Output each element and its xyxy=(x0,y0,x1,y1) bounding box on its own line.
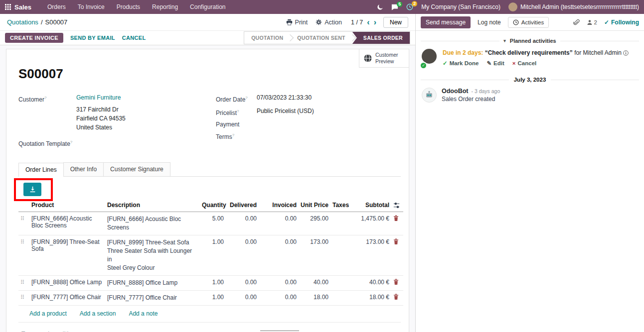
cell-delivered[interactable]: 0.00 xyxy=(226,291,259,306)
action-button[interactable]: Action xyxy=(316,19,342,26)
tab-order-lines[interactable]: Order Lines xyxy=(18,163,64,177)
activity-due: Due in 2 days: xyxy=(443,49,483,56)
app-brand[interactable]: Sales xyxy=(14,3,31,11)
add-a-note-link[interactable]: Add a note xyxy=(129,310,158,317)
mark-done-button[interactable]: ✓Mark Done xyxy=(443,59,479,68)
drag-handle-icon[interactable]: ⠿ xyxy=(20,279,24,285)
cell-delivered[interactable]: 0.00 xyxy=(226,276,259,291)
cell-taxes[interactable] xyxy=(330,212,349,235)
cancel-activity-button[interactable]: ×Cancel xyxy=(512,59,536,68)
schedule-activity-button[interactable]: Activities xyxy=(508,17,549,28)
activities-clock-icon[interactable]: 2 xyxy=(406,3,413,10)
order-date-value[interactable]: 07/03/2023 21:33:30 xyxy=(257,93,312,105)
cell-quantity[interactable]: 1.00 xyxy=(200,291,226,306)
header-product[interactable]: Product xyxy=(29,200,105,212)
log-note-button[interactable]: Log note xyxy=(478,19,501,26)
customer-preview-button[interactable]: Customer Preview xyxy=(359,49,409,68)
cell-unit-price[interactable]: 295.00 xyxy=(299,212,330,235)
customer-value[interactable]: Gemini Furniture xyxy=(76,93,121,105)
drag-handle-icon[interactable]: ⠿ xyxy=(20,216,24,221)
header-unit-price[interactable]: Unit Price xyxy=(299,200,330,212)
moon-icon[interactable] xyxy=(377,4,383,10)
paperclip-icon[interactable] xyxy=(573,19,580,26)
followers-button[interactable]: 2 xyxy=(587,19,597,25)
cell-product[interactable]: [FURN_6666] Acoustic Bloc Screens xyxy=(29,212,105,235)
stage-quotation-sent[interactable]: QUOTATION SENT xyxy=(290,32,352,44)
new-button[interactable]: New xyxy=(383,17,408,28)
stage-sales-order[interactable]: SALES ORDER xyxy=(352,32,410,44)
header-invoiced[interactable]: Invoiced xyxy=(259,200,299,212)
cell-description[interactable]: [FURN_7777] Office Chair xyxy=(105,291,200,306)
caret-down-icon[interactable]: ▾ xyxy=(503,38,506,43)
drag-handle-icon[interactable]: ⠿ xyxy=(20,239,24,245)
breadcrumb-quotations[interactable]: Quotations xyxy=(7,18,38,26)
delete-row-icon[interactable] xyxy=(393,238,399,244)
cell-quantity[interactable]: 1.00 xyxy=(200,235,226,276)
print-button[interactable]: Print xyxy=(286,19,308,26)
apps-grid-icon[interactable] xyxy=(5,4,11,10)
header-taxes[interactable]: Taxes xyxy=(330,200,349,212)
cancel-button[interactable]: CANCEL xyxy=(122,35,146,41)
menu-to-invoice[interactable]: To Invoice xyxy=(73,1,110,12)
add-a-product-link[interactable]: Add a product xyxy=(29,310,67,317)
company-switcher[interactable]: My Company (San Francisco) xyxy=(421,3,500,10)
cell-taxes[interactable] xyxy=(330,235,349,276)
pager-value[interactable]: 1 / 7 xyxy=(351,19,363,26)
cell-product[interactable]: [FURN_8999] Three-Seat Sofa xyxy=(29,235,105,276)
edit-activity-button[interactable]: ✎Edit xyxy=(486,59,504,68)
cell-delivered[interactable]: 0.00 xyxy=(226,235,259,276)
user-menu[interactable]: Mitchell Admin (testtsetsetesrrrrrrrrrrr… xyxy=(508,2,639,11)
pencil-icon: ✎ xyxy=(486,59,491,68)
delete-row-icon[interactable] xyxy=(393,294,399,300)
add-a-section-link[interactable]: Add a section xyxy=(80,310,116,317)
message-author[interactable]: OdooBot xyxy=(442,88,468,95)
cell-invoiced[interactable]: 0.00 xyxy=(259,276,299,291)
stage-quotation[interactable]: QUOTATION xyxy=(244,32,290,44)
menu-reporting[interactable]: Reporting xyxy=(147,1,183,12)
header-quantity[interactable]: Quantity xyxy=(200,200,226,212)
header-delivered[interactable]: Delivered xyxy=(226,200,259,212)
cell-description[interactable]: [FURN_8999] Three-Seat Sofa Three Seater… xyxy=(105,235,200,276)
cell-quantity[interactable]: 5.00 xyxy=(200,212,226,235)
header-subtotal[interactable]: Subtotal xyxy=(349,200,391,212)
info-icon[interactable] xyxy=(623,50,629,56)
cell-invoiced[interactable]: 0.00 xyxy=(259,212,299,235)
import-records-button[interactable] xyxy=(23,183,41,196)
field-hint: ? xyxy=(237,109,239,113)
cell-unit-price[interactable]: 18.00 xyxy=(299,291,330,306)
cell-invoiced[interactable]: 0.00 xyxy=(259,235,299,276)
menu-orders[interactable]: Orders xyxy=(42,1,71,12)
document-title: S00007 xyxy=(18,66,401,82)
pager-previous-icon[interactable]: ‹ xyxy=(367,18,369,26)
cell-unit-price[interactable]: 173.00 xyxy=(299,235,330,276)
cell-product[interactable]: [FURN_8888] Office Lamp xyxy=(29,276,105,291)
cell-taxes[interactable] xyxy=(330,276,349,291)
cell-product[interactable]: [FURN_7777] Office Chair xyxy=(29,291,105,306)
messages-icon[interactable]: 5 xyxy=(391,4,398,10)
pricelist-value[interactable]: Public Pricelist (USD) xyxy=(257,106,314,118)
tab-customer-signature[interactable]: Customer Signature xyxy=(103,162,170,176)
cell-unit-price[interactable]: 40.00 xyxy=(299,276,330,291)
cell-delivered[interactable]: 0.00 xyxy=(226,212,259,235)
menu-configuration[interactable]: Configuration xyxy=(185,1,230,12)
top-navbar: Sales Orders To Invoice Products Reporti… xyxy=(0,0,644,14)
optional-columns-icon[interactable] xyxy=(391,200,403,212)
drag-handle-icon[interactable]: ⠿ xyxy=(20,294,24,300)
menu-products[interactable]: Products xyxy=(112,1,145,12)
cell-invoiced[interactable]: 0.00 xyxy=(259,291,299,306)
header-description[interactable]: Description xyxy=(105,200,200,212)
cell-subtotal: 40.00 € xyxy=(349,276,391,291)
tab-other-info[interactable]: Other Info xyxy=(63,162,104,176)
message-time: - 3 days ago xyxy=(471,88,500,94)
following-button[interactable]: ✓ Following xyxy=(604,19,639,26)
delete-row-icon[interactable] xyxy=(393,215,399,221)
send-message-button[interactable]: Send message xyxy=(421,16,471,28)
send-by-email-button[interactable]: SEND BY EMAIL xyxy=(70,35,115,41)
create-invoice-button[interactable]: CREATE INVOICE xyxy=(5,33,63,43)
delete-row-icon[interactable] xyxy=(393,279,399,285)
cell-description[interactable]: [FURN_8888] Office Lamp xyxy=(105,276,200,291)
cell-description[interactable]: [FURN_6666] Acoustic Bloc Screens xyxy=(105,212,200,235)
pager-next-icon[interactable]: › xyxy=(374,18,376,26)
cell-taxes[interactable] xyxy=(330,291,349,306)
cell-quantity[interactable]: 1.00 xyxy=(200,276,226,291)
